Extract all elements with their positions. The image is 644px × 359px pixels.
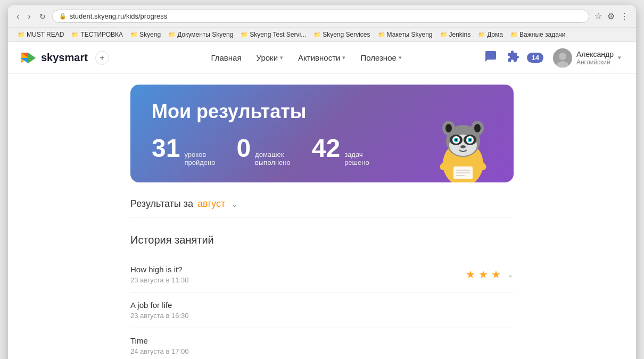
stat-tasks: 42 задач решено xyxy=(312,133,369,166)
bookmark-test-serv[interactable]: 📁 Skyeng Test Servi... xyxy=(237,30,309,39)
folder-icon: 📁 xyxy=(130,31,138,38)
svg-point-10 xyxy=(445,124,452,132)
bookmark-label: ТЕСТИРОВКА xyxy=(80,31,123,38)
lesson-title: Time xyxy=(130,336,189,345)
chat-icon-button[interactable] xyxy=(482,48,499,68)
folder-icon: 📁 xyxy=(168,31,176,38)
bookmark-label: MUST READ xyxy=(27,31,64,38)
user-menu-chevron-icon: ▾ xyxy=(618,54,621,61)
stat-homework: 0 домашек выполнено xyxy=(236,133,290,166)
bookmark-must-read[interactable]: 📁 MUST READ xyxy=(14,30,67,39)
results-prefix: Результаты за xyxy=(130,198,193,210)
bookmark-testировка[interactable]: 📁 ТЕСТИРОВКА xyxy=(68,30,126,39)
bookmark-star-icon[interactable]: ☆ xyxy=(593,10,603,22)
results-chevron-icon: ⌄ xyxy=(232,200,238,208)
stat-lessons-labels: уроков пройдено xyxy=(184,151,215,166)
address-bar[interactable]: 🔒 student.skyeng.ru/kids/progress xyxy=(52,10,589,23)
bookmark-label: Документы Skyeng xyxy=(177,31,233,38)
nav-useful[interactable]: Полезное ▾ xyxy=(354,49,408,66)
stat-homework-label2: выполнено xyxy=(255,158,291,166)
lesson-date: 23 августа в 16:30 xyxy=(130,312,189,320)
star-1: ★ xyxy=(466,268,475,281)
bookmark-jenkins[interactable]: 📁 Jenkins xyxy=(437,30,474,39)
stat-lessons-label2: пройдено xyxy=(184,158,215,166)
lock-icon: 🔒 xyxy=(59,13,67,20)
user-info: Александр Английский xyxy=(576,50,614,66)
main-content: Мои результаты 31 уроков пройдено 0 xyxy=(120,74,524,359)
nav-activities[interactable]: Активности ▾ xyxy=(292,49,352,66)
browser-window: ‹ › ↻ 🔒 student.skyeng.ru/kids/progress … xyxy=(8,5,636,359)
history-title: История занятий xyxy=(130,234,514,246)
app-header: skysmart + Главная Уроки ▾ Активности ▾ … xyxy=(8,42,636,74)
nav-menu: Главная Уроки ▾ Активности ▾ Полезное ▾ xyxy=(130,49,483,66)
back-button[interactable]: ‹ xyxy=(14,11,21,22)
bookmark-label: Skyeng xyxy=(139,31,161,38)
lesson-info: A job for life 23 августа в 16:30 xyxy=(130,300,189,320)
stat-homework-label1: домашек xyxy=(255,151,291,158)
results-header[interactable]: Результаты за август ⌄ xyxy=(130,198,514,218)
logo-icon xyxy=(19,51,38,65)
extensions-icon[interactable]: ⚙ xyxy=(606,10,616,22)
folder-icon: 📁 xyxy=(241,31,248,38)
user-area[interactable]: Александр Английский ▾ xyxy=(549,46,625,70)
stat-lessons-number: 31 xyxy=(152,133,180,163)
forward-button[interactable]: › xyxy=(26,11,32,22)
stat-tasks-labels: задач решено xyxy=(344,151,369,166)
lesson-expand-icon[interactable]: ⌄ xyxy=(507,270,514,279)
logo-area: skysmart + xyxy=(19,51,109,65)
results-month: август xyxy=(197,198,225,210)
lesson-date: 24 августа в 17:00 xyxy=(130,347,189,355)
chat-icon xyxy=(484,50,497,63)
stat-lessons-label1: уроков xyxy=(184,151,215,158)
user-avatar xyxy=(553,48,572,68)
stat-homework-labels: домашек выполнено xyxy=(255,151,291,166)
bookmark-label: Важные задачи xyxy=(519,31,566,38)
notification-badge[interactable]: 14 xyxy=(527,53,543,63)
bookmark-label: Макеты Skyeng xyxy=(387,31,433,38)
bookmark-label: Skyeng Services xyxy=(323,31,370,38)
star-2: ★ xyxy=(478,268,488,281)
more-menu-icon[interactable]: ⋮ xyxy=(619,10,630,22)
puzzle-icon-button[interactable] xyxy=(505,48,522,68)
lesson-item: Time 24 августа в 17:00 xyxy=(130,328,514,359)
hero-banner: Мои результаты 31 уроков пройдено 0 xyxy=(130,85,514,182)
chevron-down-icon: ▾ xyxy=(342,54,345,61)
user-language: Английский xyxy=(576,59,614,66)
bookmark-skyeng[interactable]: 📁 Skyeng xyxy=(127,30,164,39)
toolbar-icons: ☆ ⚙ ⋮ xyxy=(593,10,630,22)
results-section: Результаты за август ⌄ xyxy=(130,198,514,218)
lesson-item: A job for life 23 августа в 16:30 xyxy=(130,293,514,328)
bookmark-services[interactable]: 📁 Skyeng Services xyxy=(310,30,373,39)
svg-point-22 xyxy=(460,145,466,148)
folder-icon: 📁 xyxy=(440,31,448,38)
lesson-date: 23 августа в 11:30 xyxy=(130,276,189,284)
svg-point-5 xyxy=(559,53,566,60)
notification-count: 14 xyxy=(531,54,539,62)
bookmark-home[interactable]: 📁 Дома xyxy=(475,30,506,39)
stat-lessons: 31 уроков пройдено xyxy=(152,133,215,166)
nav-useful-label: Полезное xyxy=(360,53,396,62)
lesson-rating: ★ ★ ★ ⌄ xyxy=(466,268,514,281)
bookmark-makety[interactable]: 📁 Макеты Skyeng xyxy=(375,30,436,39)
nav-lessons[interactable]: Уроки ▾ xyxy=(250,49,290,66)
nav-home[interactable]: Главная xyxy=(204,49,247,66)
folder-icon: 📁 xyxy=(18,31,25,38)
skysmart-logo[interactable]: skysmart xyxy=(19,51,88,65)
add-button[interactable]: + xyxy=(95,51,109,65)
reload-button[interactable]: ↻ xyxy=(37,11,48,22)
lesson-title: How high is it? xyxy=(130,265,189,274)
stat-tasks-number: 42 xyxy=(312,133,340,163)
bookmark-docs[interactable]: 📁 Документы Skyeng xyxy=(165,30,236,39)
stat-homework-number: 0 xyxy=(236,133,251,163)
header-right: 14 Александр Английский ▾ xyxy=(482,46,625,70)
lesson-info: How high is it? 23 августа в 11:30 xyxy=(130,265,189,284)
bookmark-important[interactable]: 📁 Важные задачи xyxy=(507,30,569,39)
folder-icon: 📁 xyxy=(510,31,518,38)
svg-point-12 xyxy=(474,124,481,132)
lesson-title: A job for life xyxy=(130,300,189,310)
svg-marker-1 xyxy=(28,53,36,63)
nav-home-label: Главная xyxy=(211,53,241,62)
svg-point-21 xyxy=(469,139,471,141)
mascot-image xyxy=(428,103,498,182)
bookmarks-bar: 📁 MUST READ 📁 ТЕСТИРОВКА 📁 Skyeng 📁 Доку… xyxy=(8,27,636,41)
